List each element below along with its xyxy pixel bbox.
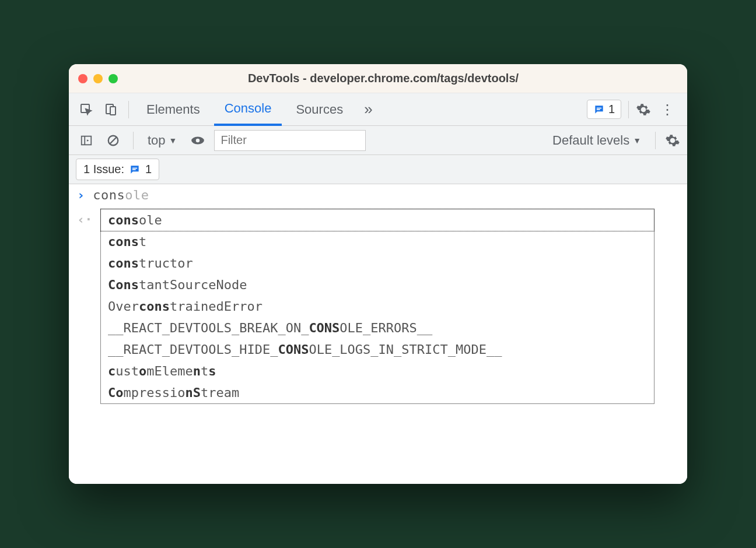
issue-label: 1 Issue:	[83, 163, 124, 176]
chat-icon	[129, 164, 141, 175]
tab-elements[interactable]: Elements	[136, 93, 211, 126]
issues-count: 1	[608, 103, 615, 116]
dropdown-icon: ▼	[633, 136, 641, 145]
svg-rect-3	[597, 107, 601, 108]
issue-pill[interactable]: 1 Issue: 1	[76, 159, 159, 180]
divider	[628, 101, 629, 118]
chat-icon	[593, 104, 605, 115]
levels-label: Default levels	[552, 133, 629, 148]
minimize-window-button[interactable]	[93, 74, 103, 83]
context-label: top	[148, 133, 166, 148]
titlebar: DevTools - developer.chrome.com/tags/dev…	[69, 64, 687, 93]
autocomplete-item[interactable]: ConstantSourceNode	[101, 274, 654, 296]
autocomplete-item[interactable]: CompressionStream	[101, 382, 654, 403]
issue-count: 1	[145, 163, 152, 176]
autocomplete-item[interactable]: customElements	[101, 360, 654, 382]
filter-input[interactable]	[214, 130, 366, 151]
console-input-text: console	[93, 188, 149, 202]
issues-badge[interactable]: 1	[587, 100, 621, 119]
tab-console[interactable]: Console	[214, 93, 282, 126]
inspect-element-icon[interactable]	[76, 99, 97, 120]
svg-rect-12	[132, 169, 136, 170]
svg-rect-5	[82, 136, 92, 145]
console-body: › console ‹· consoleconstconstructorCons…	[69, 184, 687, 484]
autocomplete-item[interactable]: OverconstrainedError	[101, 296, 654, 317]
settings-icon[interactable]	[636, 102, 651, 117]
autocomplete-item[interactable]: __REACT_DEVTOOLS_HIDE_CONSOLE_LOGS_IN_ST…	[101, 339, 654, 360]
dropdown-icon: ▼	[169, 136, 177, 145]
svg-rect-11	[132, 167, 137, 168]
console-filter-bar: top ▼ Default levels ▼	[69, 126, 687, 155]
autocomplete-item[interactable]: console	[100, 209, 654, 231]
clear-console-icon[interactable]	[103, 130, 124, 151]
divider	[133, 132, 134, 149]
toggle-sidebar-icon[interactable]	[76, 130, 97, 151]
close-window-button[interactable]	[78, 74, 88, 83]
context-selector[interactable]: top ▼	[143, 133, 181, 148]
autocomplete-item[interactable]: __REACT_DEVTOOLS_BREAK_ON_CONSOLE_ERRORS…	[101, 317, 654, 339]
main-toolbar: Elements Console Sources » 1 ⋮	[69, 93, 687, 126]
divider	[128, 101, 129, 118]
svg-rect-2	[110, 107, 116, 115]
window-title: DevTools - developer.chrome.com/tags/dev…	[130, 72, 678, 85]
log-levels-selector[interactable]: Default levels ▼	[548, 133, 646, 148]
svg-rect-4	[597, 109, 600, 110]
svg-point-10	[196, 138, 200, 142]
issue-bar: 1 Issue: 1	[69, 155, 687, 184]
svg-line-8	[110, 137, 117, 143]
tab-sources[interactable]: Sources	[285, 93, 354, 126]
console-settings-icon[interactable]	[665, 133, 680, 148]
traffic-lights	[78, 74, 118, 83]
more-options-icon[interactable]: ⋮	[654, 101, 680, 118]
device-toolbar-icon[interactable]	[100, 99, 121, 120]
devtools-window: DevTools - developer.chrome.com/tags/dev…	[69, 64, 687, 484]
autocomplete-item[interactable]: const	[101, 231, 654, 252]
maximize-window-button[interactable]	[108, 74, 118, 83]
divider	[655, 132, 656, 149]
more-tabs-button[interactable]: »	[357, 100, 379, 118]
live-expression-icon[interactable]	[187, 130, 208, 151]
output-chevron-icon: ‹·	[77, 212, 93, 227]
input-chevron-icon: ›	[77, 188, 85, 202]
console-input-row[interactable]: › console	[69, 184, 687, 206]
autocomplete-item[interactable]: constructor	[101, 252, 654, 274]
autocomplete-dropdown: consoleconstconstructorConstantSourceNod…	[100, 209, 654, 404]
